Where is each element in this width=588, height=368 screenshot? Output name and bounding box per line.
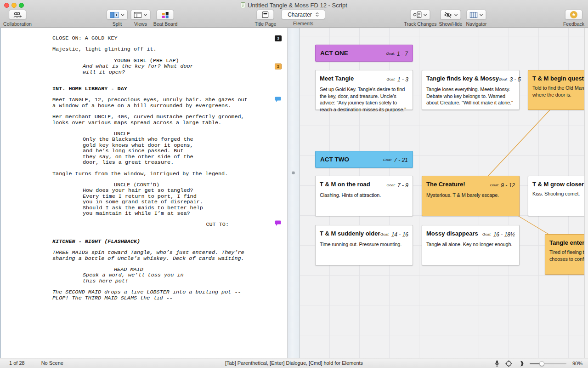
toolbar-item-views: Views — [131, 10, 151, 27]
act-card-two[interactable]: ACT TWO Goal: 7 - 21 — [315, 151, 413, 168]
feedback-label: Feedback — [563, 21, 584, 27]
toolbar-item-title-page: Title Page — [255, 10, 277, 27]
microphone-icon[interactable] — [495, 360, 499, 367]
beat-card-grow-closer[interactable]: T & M grow closer Kiss. Shooting comet. — [528, 176, 584, 216]
views-label: Views — [134, 21, 147, 27]
navigator-icon — [469, 12, 477, 18]
status-bar: 1 of 28 No Scene [Tab] Parenthetical, [E… — [0, 358, 588, 368]
action: The SECOND MAID drops a live LOBSTER int… — [52, 289, 253, 301]
split-button[interactable] — [107, 10, 128, 20]
card-title: Tangle finds key & Mossy — [426, 75, 499, 82]
script-page[interactable]: CLOSE ON: A GOLD KEY Majestic, light gli… — [1, 28, 287, 358]
toolbar-item-collaboration: Collaboration — [3, 10, 32, 27]
collaboration-label: Collaboration — [3, 21, 32, 27]
night-mode-icon[interactable] — [518, 361, 524, 367]
toolbar-item-feedback: ★ Feedback — [563, 10, 584, 27]
track-changes-icon — [413, 12, 422, 18]
app-window: Untitled Tangle & Moss FD 12 - Script Co… — [0, 0, 588, 368]
elements-selected-value: Character — [288, 12, 312, 18]
card-body: Tired of fleeing the Creature, Tangle ch… — [549, 249, 584, 262]
collaboration-button[interactable] — [9, 10, 26, 20]
elements-label: Elements — [293, 21, 313, 26]
purple-flag-icon[interactable] — [275, 220, 281, 226]
action: Meet TANGLE, 12, precocious eyes, unruly… — [52, 97, 253, 109]
dialogue: And what is the key for? What door will … — [83, 63, 208, 75]
beat-card-mossy-disappears[interactable]: Mossy disappears Goal: 16 - 18½ Tangle a… — [422, 225, 520, 265]
beat-card-on-the-road[interactable]: T & M on the road Goal: 7 - 9 Clashing. … — [315, 176, 413, 216]
blue-flag-icon[interactable] — [275, 97, 281, 103]
card-title: T & M begin quest — [532, 75, 584, 82]
card-body: Time running out. Pressure mounting. — [320, 241, 408, 248]
collaboration-icon — [12, 12, 23, 18]
transition: CUT TO: — [52, 222, 253, 227]
act-goal: Goal: 1 - 7 — [386, 49, 408, 58]
beat-card-the-creature[interactable]: The Creature! Goal: 9 - 12 Mysterious. T… — [422, 176, 520, 216]
card-body: Told to find the Old Man. He knows where… — [532, 85, 584, 98]
stepper-chevrons-icon — [316, 12, 319, 17]
chevron-down-icon — [454, 14, 458, 16]
title-page-icon — [262, 12, 269, 18]
beat-board-canvas[interactable]: ACT ONE Goal: 1 - 7 Meet Tangle Goal: 1 … — [300, 28, 584, 358]
zoom-slider-knob[interactable] — [539, 361, 544, 366]
dialogue: How does your hair get so tangled? Every… — [83, 188, 208, 216]
title-page-label: Title Page — [255, 21, 277, 27]
card-title: T & M on the road — [320, 181, 370, 188]
beat-card-suddenly-older[interactable]: T & M suddenly older Goal: 14 - 16 Time … — [315, 225, 413, 265]
elements-select[interactable]: Character — [281, 10, 325, 19]
split-label: Split — [113, 21, 122, 27]
show-hide-label: Show/Hide — [439, 21, 463, 27]
toolbar-item-navigator: Navigator — [466, 10, 487, 27]
document-proxy-icon — [241, 2, 245, 8]
feedback-button[interactable]: ★ — [565, 10, 582, 20]
act-card-one[interactable]: ACT ONE Goal: 1 - 7 — [315, 45, 413, 62]
zoom-level: 90% — [572, 361, 582, 366]
beat-board-pane[interactable]: ACT ONE Goal: 1 - 7 Meet Tangle Goal: 1 … — [300, 28, 588, 358]
beat-card-enters-lair[interactable]: Tangle enters lair Tired of fleeing the … — [545, 234, 584, 275]
show-hide-button[interactable] — [441, 10, 461, 20]
splitter-handle-icon[interactable] — [292, 171, 295, 174]
track-changes-button[interactable] — [410, 10, 430, 20]
act-title: ACT TWO — [320, 156, 349, 163]
script-editor-pane[interactable]: CLOSE ON: A GOLD KEY Majestic, light gli… — [0, 28, 288, 358]
card-body: Mysterious. T & M barely escape. — [426, 192, 515, 199]
scene-heading: KITCHEN - NIGHT (FLASHBACK) — [52, 239, 253, 244]
views-button[interactable] — [131, 10, 151, 20]
navigator-button[interactable] — [466, 10, 486, 20]
beat-card-meet-tangle[interactable]: Meet Tangle Goal: 1 - 3 Set up Gold Key.… — [315, 70, 413, 110]
beat-board-label: Beat Board — [153, 21, 178, 27]
dialogue: Only the Blacksmith who forged the gold … — [83, 137, 208, 165]
split-icon — [110, 12, 119, 18]
focus-mode-icon[interactable] — [505, 360, 512, 367]
toolbar-item-elements: Character Elements — [281, 10, 325, 26]
card-title: Meet Tangle — [320, 75, 354, 82]
pane-splitter[interactable] — [288, 28, 300, 358]
card-goal: Goal: 3 - 5 — [499, 75, 521, 83]
beat-board-button[interactable] — [157, 10, 174, 20]
dialogue: Speak a word, we’ll toss you in this her… — [83, 272, 208, 284]
toolbar-item-split: Split — [107, 10, 128, 27]
chevron-down-icon — [424, 14, 427, 16]
scene-heading: INT. HOME LIBRARY - DAY — [52, 86, 253, 92]
beat-card-finds-key[interactable]: Tangle finds key & Mossy Goal: 3 - 5 Tan… — [422, 70, 520, 110]
chevron-down-icon — [479, 14, 483, 16]
window-title: Untitled Tangle & Moss FD 12 - Script — [248, 2, 347, 9]
zoom-slider[interactable] — [530, 361, 566, 366]
views-icon — [134, 12, 142, 18]
navigator-label: Navigator — [466, 21, 487, 27]
card-goal: Goal: 7 - 9 — [386, 181, 408, 189]
note-badge[interactable]: 2 — [275, 63, 282, 69]
card-goal: Goal: 14 - 16 — [380, 230, 408, 238]
chevron-down-icon — [121, 14, 124, 16]
shot-heading: CLOSE ON: A GOLD KEY — [52, 35, 253, 41]
scene-number-badge[interactable]: 3 — [275, 35, 282, 41]
card-title: Mossy disappears — [426, 230, 478, 237]
card-goal: Goal: 16 - 18½ — [482, 230, 515, 238]
toolbar-item-track-changes: Track Changes — [404, 10, 437, 27]
toolbar-item-beat-board: Beat Board — [153, 10, 178, 27]
title-page-button[interactable] — [257, 10, 274, 20]
toolbar-item-show-hide: Show/Hide — [439, 10, 463, 27]
beat-card-begin-quest[interactable]: T & M begin quest Told to find the Old M… — [528, 70, 584, 110]
action: Tangle turns from the window, intrigued … — [52, 171, 253, 177]
star-icon: ★ — [570, 11, 577, 18]
beat-board-scrollbar[interactable] — [584, 28, 588, 358]
